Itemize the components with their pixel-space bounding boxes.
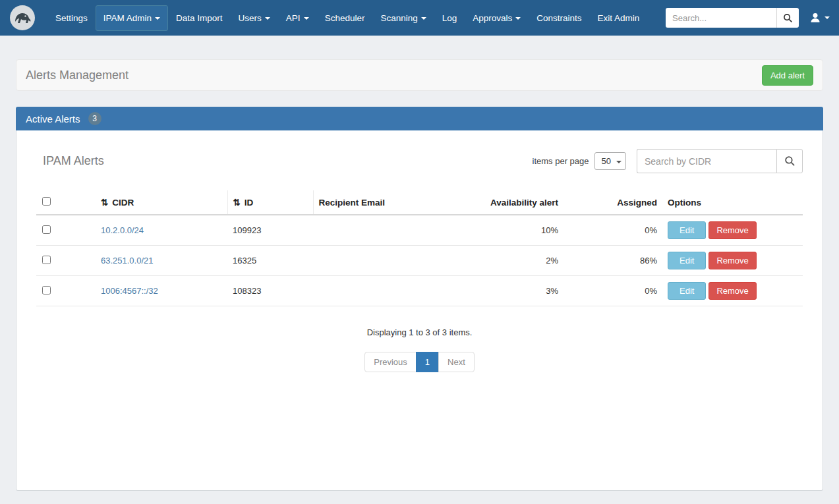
table-toolbar: IPAM Alerts items per page 50 xyxy=(36,149,803,173)
edit-button[interactable]: Edit xyxy=(668,282,706,300)
user-icon xyxy=(809,12,821,24)
id-cell: 109923 xyxy=(227,215,313,246)
nav-item-exit-admin[interactable]: Exit Admin xyxy=(590,5,648,31)
row-checkbox[interactable] xyxy=(42,225,51,234)
availability-cell: 2% xyxy=(478,246,564,276)
panel-body: IPAM Alerts items per page 50 xyxy=(16,130,823,491)
column-header-availability: Availability alert xyxy=(478,190,564,215)
main-content: Alerts Management Add alert Active Alert… xyxy=(16,59,823,491)
nav-item-users[interactable]: Users xyxy=(231,5,278,31)
nav-item-label: Approvals xyxy=(473,13,512,23)
availability-cell: 10% xyxy=(478,215,564,246)
nav-menu: Settings IPAM Admin Data Import Users AP… xyxy=(47,5,666,31)
id-cell: 108323 xyxy=(227,276,313,306)
nav-item-log[interactable]: Log xyxy=(434,5,465,31)
top-navbar: Settings IPAM Admin Data Import Users AP… xyxy=(0,0,839,36)
chevron-down-icon xyxy=(421,17,426,20)
search-input[interactable] xyxy=(666,8,776,28)
sort-icon[interactable]: ⇅ xyxy=(101,198,108,208)
nav-item-scheduler[interactable]: Scheduler xyxy=(317,5,373,31)
cidr-link[interactable]: 63.251.0.0/21 xyxy=(101,256,154,266)
cidr-search-input[interactable] xyxy=(637,149,776,173)
id-cell: 16325 xyxy=(227,246,313,276)
column-header-recipient-email: Recipient Email xyxy=(313,190,478,215)
panel-title: Active Alerts xyxy=(26,113,80,125)
table-row: 63.251.0.0/21 16325 2% 86% EditRemove xyxy=(36,246,803,276)
cidr-search-button[interactable] xyxy=(776,149,803,173)
user-menu[interactable] xyxy=(809,12,830,24)
availability-cell: 3% xyxy=(478,276,564,306)
chevron-down-icon xyxy=(825,16,830,19)
elephant-logo-icon xyxy=(9,5,36,31)
cidr-search xyxy=(637,149,803,173)
column-header-options: Options xyxy=(662,190,803,215)
chevron-down-icon xyxy=(304,17,309,20)
remove-button[interactable]: Remove xyxy=(709,221,756,239)
items-per-page-value: 50 xyxy=(602,156,611,166)
cidr-link[interactable]: 1006:4567::/32 xyxy=(101,286,158,296)
items-per-page-label: items per page xyxy=(533,156,589,166)
search-button[interactable] xyxy=(776,8,799,28)
column-header-cidr[interactable]: CIDR xyxy=(112,198,134,208)
email-cell xyxy=(313,215,478,246)
chevron-down-icon xyxy=(265,17,270,20)
active-alerts-panel: Active Alerts 3 IPAM Alerts items per pa… xyxy=(16,107,823,491)
sort-icon[interactable]: ⇅ xyxy=(233,198,241,208)
add-alert-button[interactable]: Add alert xyxy=(762,65,813,86)
chevron-down-icon xyxy=(155,17,160,20)
panel-header: Active Alerts 3 xyxy=(16,107,823,130)
cidr-link[interactable]: 10.2.0.0/24 xyxy=(101,225,144,235)
global-search xyxy=(666,8,799,28)
nav-item-label: Users xyxy=(239,13,262,23)
table-header-row: ⇅CIDR ⇅ID Recipient Email Availability a… xyxy=(36,190,803,215)
table-title: IPAM Alerts xyxy=(43,154,104,168)
alerts-count-badge: 3 xyxy=(88,112,101,125)
nav-item-constraints[interactable]: Constraints xyxy=(529,5,589,31)
search-icon xyxy=(784,155,796,167)
email-cell xyxy=(313,246,478,276)
edit-button[interactable]: Edit xyxy=(668,252,706,269)
nav-item-label: IPAM Admin xyxy=(103,13,152,23)
pagination-next[interactable]: Next xyxy=(438,352,475,372)
pagination-previous[interactable]: Previous xyxy=(364,352,417,372)
nav-item-approvals[interactable]: Approvals xyxy=(465,5,529,31)
toolbar-controls: items per page 50 xyxy=(533,149,803,173)
pagination-page-1[interactable]: 1 xyxy=(416,352,439,372)
email-cell xyxy=(313,276,478,306)
page-title: Alerts Management xyxy=(26,69,129,82)
remove-button[interactable]: Remove xyxy=(709,252,756,269)
nav-item-settings[interactable]: Settings xyxy=(47,5,96,31)
phpipam-logo[interactable] xyxy=(9,5,36,31)
pagination: Previous 1 Next xyxy=(36,352,803,372)
search-icon xyxy=(783,13,793,23)
select-all-checkbox[interactable] xyxy=(42,197,51,206)
nav-item-api[interactable]: API xyxy=(278,5,317,31)
nav-item-label: API xyxy=(286,13,301,23)
nav-item-scanning[interactable]: Scanning xyxy=(372,5,434,31)
chevron-down-icon xyxy=(515,17,521,20)
row-checkbox[interactable] xyxy=(42,256,51,264)
column-header-id[interactable]: ID xyxy=(245,198,254,208)
table-row: 1006:4567::/32 108323 3% 0% EditRemove xyxy=(36,276,803,306)
nav-item-label: Scanning xyxy=(380,13,417,23)
assigned-cell: 86% xyxy=(564,246,662,276)
table-summary: Displaying 1 to 3 of 3 items. xyxy=(36,327,803,337)
remove-button[interactable]: Remove xyxy=(709,282,756,300)
column-header-assigned: Assigned xyxy=(564,190,662,215)
table-row: 10.2.0.0/24 109923 10% 0% EditRemove xyxy=(36,215,803,246)
nav-item-ipam-admin[interactable]: IPAM Admin xyxy=(96,5,168,31)
row-checkbox[interactable] xyxy=(42,286,51,294)
page-title-bar: Alerts Management Add alert xyxy=(16,59,823,91)
edit-button[interactable]: Edit xyxy=(668,221,706,239)
alerts-table: ⇅CIDR ⇅ID Recipient Email Availability a… xyxy=(36,190,803,306)
chevron-down-icon xyxy=(616,161,622,163)
assigned-cell: 0% xyxy=(564,276,662,306)
navbar-right xyxy=(666,8,830,28)
items-per-page-select[interactable]: 50 xyxy=(594,152,626,170)
nav-item-data-import[interactable]: Data Import xyxy=(168,5,231,31)
assigned-cell: 0% xyxy=(564,215,662,246)
